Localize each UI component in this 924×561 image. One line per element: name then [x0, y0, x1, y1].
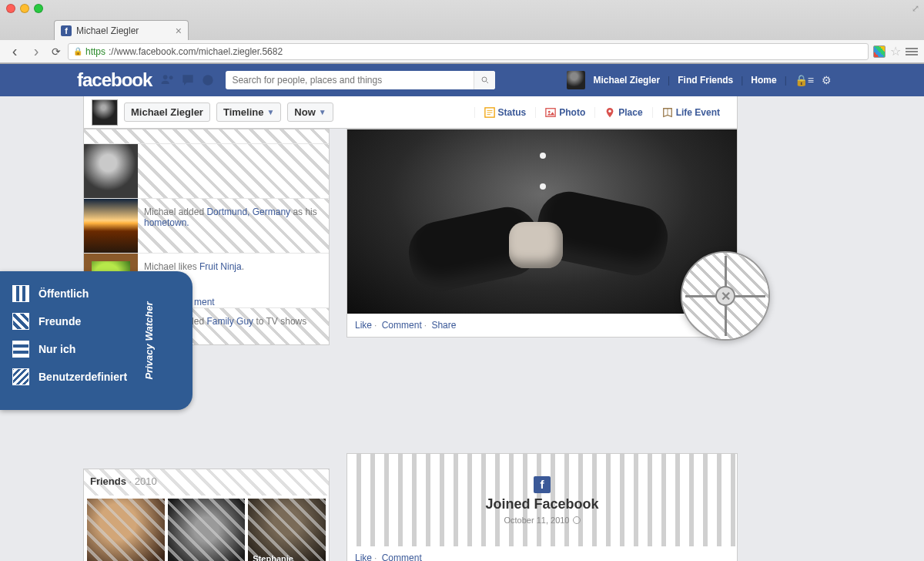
caret-down-icon: ▼: [266, 108, 274, 116]
header-nav: Michael Ziegler | Find Friends | Home | …: [567, 71, 924, 89]
svg-point-0: [203, 75, 213, 85]
header-avatar[interactable]: [567, 71, 585, 89]
find-friends-link[interactable]: Find Friends: [678, 75, 733, 86]
story-thumb: [84, 144, 138, 198]
public-stripe-icon: [12, 285, 29, 302]
facebook-header: facebook Michael Ziegler | Find Friends …: [0, 64, 924, 96]
reload-button-icon[interactable]: ⟳: [49, 45, 63, 58]
hidden-text-fragment: ment: [194, 297, 215, 307]
notifications-icon[interactable]: [200, 72, 216, 88]
friend-item[interactable]: Dominik Kö: [168, 499, 246, 561]
globe-icon: [573, 516, 581, 524]
story-text: Michael added Dortmund, Germany as his h…: [138, 199, 329, 253]
post-actions: Like· Comment: [347, 546, 737, 561]
timeline-dropdown[interactable]: Timeline▼: [216, 102, 281, 122]
forward-button-icon[interactable]: ›: [28, 42, 45, 60]
window-close-icon[interactable]: [6, 4, 15, 13]
activity-story-photo[interactable]: [84, 143, 329, 198]
messages-icon[interactable]: [180, 72, 196, 88]
svg-point-8: [548, 110, 551, 113]
caret-down-icon: ▼: [319, 108, 326, 116]
composer-place[interactable]: Place: [594, 107, 651, 118]
friend-item[interactable]: Sun Yen: [87, 499, 165, 561]
activity-header-stripes: [84, 129, 329, 143]
friends-box: Friends · 2010 Sun Yen Dominik Kö Stepha…: [83, 469, 330, 561]
share-link[interactable]: Share: [431, 320, 456, 331]
composer-photo[interactable]: Photo: [535, 107, 594, 118]
search-input[interactable]: [226, 75, 474, 86]
comment-link[interactable]: Comment: [382, 553, 422, 561]
joined-title: Joined Facebook: [485, 496, 598, 512]
search-button[interactable]: [474, 71, 495, 89]
window-zoom-icon[interactable]: [34, 4, 43, 13]
settings-gear-icon[interactable]: ⚙: [822, 74, 832, 86]
privacy-option-public[interactable]: Öffentlich: [12, 285, 180, 302]
privacy-shortcuts-icon[interactable]: 🔒≡: [795, 74, 814, 86]
profile-bar: Michael Ziegler Timeline▼ Now▼ Status Ph…: [83, 96, 738, 129]
composer-life-event[interactable]: Life Event: [652, 107, 729, 118]
activity-story-hometown[interactable]: Michael added Dortmund, Germany as his h…: [84, 198, 329, 253]
browser-tab[interactable]: f Michael Ziegler ×: [54, 20, 189, 40]
post-actions: Like· Comment· Share: [347, 314, 737, 337]
window-minimize-icon[interactable]: [20, 4, 29, 13]
chrome-menu-icon[interactable]: [906, 48, 918, 55]
tab-close-icon[interactable]: ×: [176, 25, 182, 37]
friends-header[interactable]: Friends · 2010: [84, 469, 329, 495]
cover-photo-card: Like· Comment· Share: [346, 129, 738, 338]
url-path: ://www.facebook.com/michael.ziegler.5682: [109, 46, 283, 57]
address-bar[interactable]: 🔒 https://www.facebook.com/michael.ziegl…: [68, 43, 869, 60]
lock-icon: 🔒: [73, 47, 82, 55]
svg-point-1: [482, 77, 487, 82]
close-icon[interactable]: ✕: [715, 286, 735, 306]
friends-grid: Sun Yen Dominik Kö Stephanie Schmidt: [84, 495, 329, 561]
friend-requests-icon[interactable]: [160, 72, 176, 88]
story-text: [138, 144, 329, 198]
profile-name-button[interactable]: Michael Ziegler: [124, 102, 210, 122]
toolbar: ‹ › ⟳ 🔒 https://www.facebook.com/michael…: [0, 40, 924, 63]
composer-status[interactable]: Status: [474, 107, 536, 118]
window-titlebar: ⤢: [0, 0, 924, 17]
browser-chrome: ⤢ f Michael Ziegler × ‹ › ⟳ 🔒 https://ww…: [0, 0, 924, 64]
friend-item[interactable]: Stephanie Schmidt: [248, 499, 326, 561]
like-link[interactable]: Like: [355, 320, 372, 331]
comment-link[interactable]: Comment: [382, 320, 422, 331]
cover-photo[interactable]: [347, 129, 737, 314]
url-scheme: https: [85, 46, 105, 57]
facebook-favicon-icon: f: [61, 25, 72, 36]
home-link[interactable]: Home: [751, 75, 776, 86]
header-profile-link[interactable]: Michael Ziegler: [593, 75, 660, 86]
svg-point-9: [609, 109, 612, 113]
svg-line-2: [486, 82, 488, 84]
composer: Status Photo Place Life Event: [474, 107, 729, 118]
joined-date: October 11, 2010: [504, 516, 580, 525]
friends-stripe-icon: [12, 313, 29, 330]
privacy-watcher-panel[interactable]: Öffentlich Freunde Nur ich Benutzerdefin…: [0, 271, 192, 410]
privacy-option-friends[interactable]: Freunde: [12, 313, 180, 330]
facebook-square-icon: f: [534, 476, 551, 493]
privacy-crosshair-badge[interactable]: ✕: [681, 251, 770, 341]
facebook-logo[interactable]: facebook: [77, 69, 152, 91]
extension-fpw-icon[interactable]: [873, 45, 886, 58]
bookmark-star-icon[interactable]: ☆: [890, 44, 901, 59]
now-dropdown[interactable]: Now▼: [287, 102, 333, 122]
expand-icon[interactable]: ⤢: [912, 3, 919, 14]
privacy-option-custom[interactable]: Benutzerdefiniert: [12, 368, 180, 385]
profile-thumb[interactable]: [92, 99, 118, 126]
back-button-icon[interactable]: ‹: [6, 42, 23, 60]
svg-rect-7: [546, 108, 555, 116]
only-me-stripe-icon: [12, 341, 29, 358]
joined-content: f Joined Facebook October 11, 2010: [347, 454, 737, 546]
header-search: [226, 71, 495, 89]
like-link[interactable]: Like: [355, 553, 372, 561]
privacy-option-only-me[interactable]: Nur ich: [12, 341, 180, 358]
tab-title: Michael Ziegler: [76, 25, 139, 36]
custom-stripe-icon: [12, 368, 29, 385]
privacy-watcher-tab-label: Privacy Watcher: [143, 302, 155, 380]
tab-strip: f Michael Ziegler ×: [0, 17, 924, 40]
story-thumb: [84, 199, 138, 253]
joined-facebook-card: f Joined Facebook October 11, 2010 Like·…: [346, 453, 738, 561]
